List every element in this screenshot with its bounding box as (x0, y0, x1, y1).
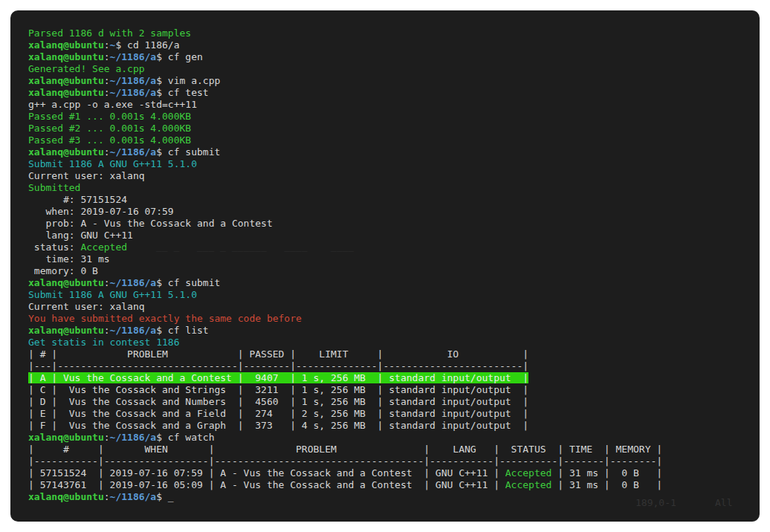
terminal-text-segment: ~/1186/a (110, 325, 157, 336)
terminal-text-segment: : (104, 87, 110, 98)
terminal-text-segment: : (104, 146, 110, 158)
terminal-text-segment: | # | PROBLEM | PASSED | LIMIT | IO | (28, 348, 528, 360)
terminal-line: Current user: xalanq (28, 301, 662, 313)
terminal-text-segment: : (104, 75, 110, 86)
terminal-text-segment: | F | Vus the Cossack and a Graph | 373 … (28, 420, 528, 431)
terminal-line: xalanq@ubuntu:~/1186/a$ cf submit (28, 277, 662, 289)
terminal-text-segment: xalanq@ubuntu (28, 325, 104, 336)
terminal-text-segment: Passed #2 ... 0.001s 4.000KB (28, 123, 191, 134)
terminal-line: Passed #2 ... 0.001s 4.000KB (28, 123, 662, 134)
terminal-text-segment: $ (156, 491, 168, 502)
vim-ghost-ruler: 189,0-1 (635, 497, 676, 509)
terminal-text-segment: Submitted (28, 182, 80, 193)
terminal-text-segment: Passed #3 ... 0.001s 4.000KB (28, 134, 191, 146)
terminal-text-segment: Accepted (505, 479, 552, 490)
terminal-text-segment: status: (28, 241, 80, 253)
terminal-line: |---|-------------------------------|---… (28, 360, 662, 372)
terminal-text-segment: | A | Vus the Cossack and a Contest | 94… (28, 372, 528, 383)
terminal-text-segment: | 57143761 | 2019-07-16 05:09 | A - Vus … (28, 479, 505, 490)
terminal-text-segment: ~/1186/a (110, 75, 157, 86)
terminal-text-segment: Current user: xalanq (28, 170, 145, 181)
terminal-text-segment: Parsed 1186 d with 2 samples (28, 27, 191, 39)
terminal-line: #: 57151524 (28, 194, 662, 206)
terminal-text-segment: xalanq@ubuntu (28, 39, 104, 51)
terminal-text-segment: Generated! See a.cpp (28, 63, 145, 74)
terminal-line: xalanq@ubuntu:~/1186/a$ cf gen (28, 51, 662, 63)
terminal-text-segment: xalanq@ubuntu (28, 146, 104, 158)
terminal-text-segment: g++ a.cpp -o a.exe -std=c++11 (28, 99, 197, 110)
terminal-text-segment: time: 31 ms (28, 253, 110, 265)
terminal-line: Generated! See a.cpp (28, 63, 662, 75)
terminal-line: time: 31 ms (28, 253, 662, 265)
terminal-line: Parsed 1186 d with 2 samples (28, 27, 662, 39)
terminal-line: Submitted (28, 182, 662, 194)
terminal-line: | E | Vus the Cossack and a Field | 274 … (28, 408, 662, 420)
terminal-text-segment: $ cf gen (156, 51, 203, 62)
terminal-text-segment: | 57151524 | 2019-07-16 07:59 | A - Vus … (28, 467, 505, 479)
terminal-text-segment: ~/1186/a (110, 87, 157, 98)
terminal-text-segment: : (104, 39, 110, 51)
terminal-text-segment: $ cf watch (156, 432, 214, 443)
terminal-text-segment: xalanq@ubuntu (28, 491, 104, 502)
terminal-line: xalanq@ubuntu:~$ cd 1186/a (28, 39, 662, 51)
terminal-text-segment: xalanq@ubuntu (28, 277, 104, 288)
terminal-line: Submit 1186 A GNU G++11 5.1.0 (28, 289, 662, 301)
terminal-line: prob: A - Vus the Cossack and a Contest (28, 218, 662, 230)
terminal-text-segment: : (104, 432, 110, 443)
terminal-line: | A | Vus the Cossack and a Contest | 94… (28, 372, 662, 384)
terminal-line: xalanq@ubuntu:~/1186/a$ cf submit (28, 146, 662, 158)
terminal-text-segment: |---|-------------------------------|---… (28, 360, 528, 372)
terminal-text-segment: memory: 0 B (28, 265, 98, 276)
vim-ghost-all: All (715, 497, 732, 509)
terminal-line: You have submitted exactly the same code… (28, 313, 662, 325)
terminal-line: xalanq@ubuntu:~/1186/a$ _ (28, 491, 662, 503)
terminal-text-segment: when: 2019-07-16 07:59 (28, 206, 174, 217)
terminal-text-segment: ~/1186/a (110, 432, 157, 443)
terminal-text-segment: $ cf list (156, 325, 208, 336)
terminal-line: lang: GNU C++11 (28, 230, 662, 241)
terminal-text-segment: Current user: xalanq (28, 301, 145, 312)
terminal-text-segment: | 31 ms | 0 B | (551, 479, 662, 490)
terminal-line: | C | Vus the Cossack and Strings | 3211… (28, 384, 662, 396)
terminal-text-segment: : (104, 491, 110, 502)
terminal-line: |-----------|------------------|--------… (28, 455, 662, 467)
terminal-text-segment: prob: A - Vus the Cossack and a Contest (28, 218, 273, 229)
terminal-text-segment: $ cf test (156, 87, 208, 98)
terminal-text-segment: Passed #1 ... 0.001s 4.000KB (28, 111, 191, 122)
terminal-line: xalanq@ubuntu:~/1186/a$ cf test (28, 87, 662, 99)
terminal-text-segment: | D | Vus the Cossack and Numbers | 4560… (28, 396, 528, 407)
terminal-line: | 57143761 | 2019-07-16 05:09 | A - Vus … (28, 479, 662, 491)
terminal-text-segment: Submit 1186 A GNU G++11 5.1.0 (28, 158, 197, 169)
terminal-text-segment: ~/1186/a (110, 51, 157, 62)
terminal-text-segment: $ cd 1186/a (115, 39, 179, 51)
terminal-text-segment: ~/1186/a (110, 277, 157, 288)
terminal-line: Get statis in contest 1186 (28, 337, 662, 348)
terminal-text-segment: _ (168, 491, 174, 502)
terminal-line: Current user: xalanq (28, 170, 662, 182)
terminal-line: Passed #1 ... 0.001s 4.000KB (28, 111, 662, 123)
terminal-text-segment: | 31 ms | 0 B | (551, 467, 662, 479)
terminal-text-segment: xalanq@ubuntu (28, 432, 104, 443)
terminal-text-segment: : (104, 325, 110, 336)
terminal-output: Parsed 1186 d with 2 samplesxalanq@ubunt… (28, 27, 662, 503)
terminal-text-segment: : (104, 51, 110, 62)
terminal-text-segment: You have submitted exactly the same code… (28, 313, 302, 324)
terminal-text-segment: $ vim a.cpp (156, 75, 220, 86)
terminal-text-segment: #: 57151524 (28, 194, 127, 205)
terminal-line: Submit 1186 A GNU G++11 5.1.0 (28, 158, 662, 170)
terminal-text-segment: Accepted (80, 241, 127, 253)
terminal-text-segment: xalanq@ubuntu (28, 87, 104, 98)
terminal-text-segment: $ cf submit (156, 146, 220, 158)
terminal-window[interactable]: Parsed 1186 d with 2 samplesxalanq@ubunt… (10, 10, 760, 522)
terminal-line: g++ a.cpp -o a.exe -std=c++11 (28, 99, 662, 111)
terminal-text-segment: |-----------|------------------|--------… (28, 455, 662, 467)
terminal-text-segment: | E | Vus the Cossack and a Field | 274 … (28, 408, 528, 419)
terminal-text-segment: xalanq@ubuntu (28, 51, 104, 62)
terminal-text-segment: $ cf submit (156, 277, 220, 288)
terminal-text-segment: xalanq@ubuntu (28, 75, 104, 86)
terminal-text-segment: Get statis in contest 1186 (28, 337, 180, 348)
vim-ghost-artifact: __ _ ___ _ ______ ____ ____ (156, 241, 354, 253)
terminal-text-segment: ~/1186/a (110, 146, 157, 158)
terminal-text-segment: Submit 1186 A GNU G++11 5.1.0 (28, 289, 197, 300)
terminal-text-segment: Accepted (505, 467, 552, 479)
